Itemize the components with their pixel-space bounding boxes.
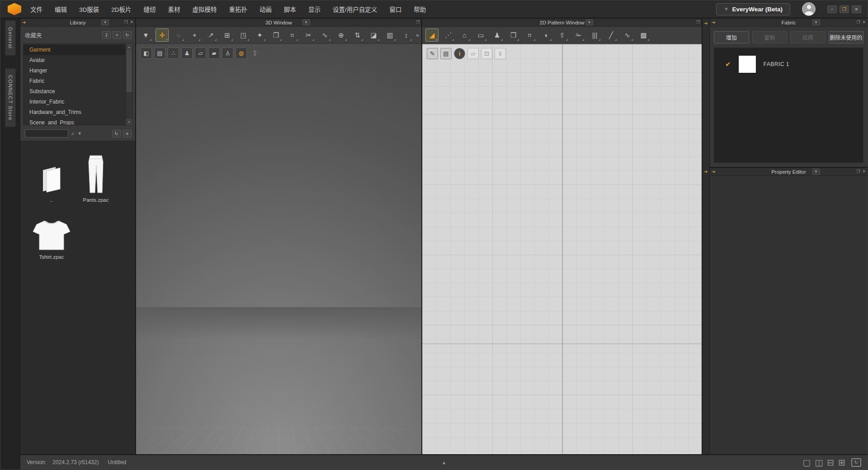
pleats-tool-icon[interactable]: ||| [588, 28, 601, 42]
apply-fabric-button[interactable]: 应用 [790, 31, 826, 43]
arrangement-points-icon[interactable]: ⌗ [286, 28, 299, 42]
popout-icon[interactable]: ❐ [416, 20, 420, 24]
menu-item-2d-pattern[interactable]: 2D板片 [111, 5, 131, 14]
close-icon[interactable]: ✕ [862, 170, 866, 174]
create-polygon-icon[interactable]: ⌂ [458, 28, 471, 42]
scissors-tool-icon[interactable]: ✂ [302, 28, 315, 42]
show-pattern-outline-icon[interactable]: ▱ [467, 48, 479, 59]
symmetric-garment-icon[interactable]: ⊞ [221, 28, 234, 42]
show-pattern-b-icon[interactable]: ▰ [208, 47, 220, 59]
2d-window-dropdown-button[interactable]: ▼ [585, 19, 593, 25]
search-filter-caret-icon[interactable]: ▼ [78, 131, 82, 136]
upload-2d-icon[interactable]: ⇪ [495, 48, 506, 59]
menu-item-3d-garment[interactable]: 3D服装 [79, 5, 99, 14]
menu-item-material[interactable]: 素材 [168, 5, 180, 14]
menu-item-file[interactable]: 文件 [30, 5, 42, 14]
upload-arrangement-icon[interactable]: ⇪ [249, 47, 260, 59]
import-to-library-button[interactable]: ↧ [102, 31, 111, 39]
show-pattern-a-icon[interactable]: ▱ [195, 47, 206, 59]
show-sewing-lines-icon[interactable]: ✎ [427, 48, 438, 59]
library-folder-scene-and-props[interactable]: Scene_and_Props [24, 118, 125, 125]
menu-item-window[interactable]: 窗口 [389, 5, 401, 14]
library-folder-hanger[interactable]: Hanger [24, 66, 125, 76]
expand-panel-arrow-icon[interactable]: ▲ [442, 460, 446, 465]
scrollbar-thumb[interactable] [127, 50, 132, 92]
3d-viewport[interactable]: ◧▤∴♟▱▰♙◍⇪ [136, 44, 421, 454]
measure-tool-icon[interactable]: ↕ [400, 28, 413, 42]
show-3d-objects-icon[interactable]: ◧ [141, 47, 152, 59]
fit-garment-icon[interactable]: ⇧ [556, 28, 569, 42]
minimize-button[interactable]: − [827, 5, 837, 13]
simulate-icon[interactable]: ▼ [139, 28, 152, 42]
edit-sewing-icon[interactable]: ╱ [604, 28, 618, 42]
menu-item-avatar[interactable]: 虚拟模特 [193, 5, 217, 14]
list-view-button[interactable]: ≡ [123, 130, 132, 138]
menu-item-settings-customize[interactable]: 设置/用户自定义 [333, 5, 377, 14]
menu-item-retopology[interactable]: 重拓扑 [229, 5, 248, 14]
refresh-library-button[interactable]: ↻ [112, 130, 121, 138]
show-3d-garment-icon[interactable]: ▩ [637, 28, 650, 42]
popout-icon[interactable]: ❐ [696, 20, 700, 24]
zipper-tool-icon[interactable]: ⇅ [351, 28, 364, 42]
menu-item-display[interactable]: 显示 [308, 5, 321, 14]
file-item-parent-folder[interactable]: .. [29, 154, 74, 211]
layout-four-pane-button[interactable]: ⊞ [838, 458, 845, 467]
fabric-dropdown-button[interactable]: ▼ [812, 19, 820, 25]
close-icon[interactable]: ✕ [130, 20, 133, 24]
show-mannequin-icon[interactable]: ♙ [222, 47, 233, 59]
library-folder-interior-fabric[interactable]: Interior_Fabric [24, 97, 125, 107]
library-folder-avatar[interactable]: Avatar [24, 55, 125, 66]
create-rectangle-icon[interactable]: ▭ [474, 28, 487, 42]
dock-arrow-icon[interactable]: ➔ [704, 169, 708, 174]
add-fabric-button[interactable]: 增加 [714, 31, 749, 43]
pin-icon[interactable]: ↗ [204, 28, 217, 42]
close-icon[interactable]: ✕ [862, 20, 866, 24]
delete-unused-fabric-button[interactable]: 删除未使用的 [829, 31, 864, 43]
property-editor-dropdown-button[interactable]: ▼ [812, 169, 820, 175]
file-item-pants[interactable]: Pants.zpac [74, 154, 118, 211]
lock-garment-icon[interactable]: ⊡ [481, 48, 492, 59]
show-garment-2d-icon[interactable]: ▤ [440, 48, 452, 59]
tab-general[interactable]: General [5, 20, 16, 56]
layout-reset-button[interactable]: ↻ [851, 458, 861, 467]
paste-pattern-2d-icon[interactable]: ❐ [507, 28, 520, 42]
add-favorite-button[interactable]: + [113, 31, 121, 39]
library-folder-substance[interactable]: Substance [24, 86, 125, 97]
close-button[interactable]: ✕ [852, 5, 861, 13]
flatten-tool-icon[interactable]: ◪ [367, 28, 380, 42]
grid-arrangement-icon[interactable]: ⌗ [523, 28, 536, 42]
transform-pattern-icon[interactable]: ◢ [425, 28, 439, 42]
refresh-favorites-button[interactable]: ↻ [123, 31, 132, 39]
search-icon[interactable]: ⌕ [71, 130, 75, 137]
fit-to-avatar-icon[interactable]: ⌖ [188, 28, 201, 42]
sewing-machine-icon[interactable]: ✁ [572, 28, 585, 42]
2d-pattern-viewport[interactable]: ✎▤i▱⊡⇪ [422, 44, 702, 454]
fabric-strip-icon[interactable]: ▥ [383, 28, 396, 42]
dock-arrow-icon[interactable]: ➔ [712, 170, 715, 174]
search-input[interactable] [25, 129, 68, 138]
iron-tool-icon[interactable]: ◖ [539, 28, 552, 42]
textured-surface-icon[interactable]: ◍ [236, 47, 247, 59]
pattern-info-icon[interactable]: i [454, 48, 465, 59]
edit-pattern-icon[interactable]: ⋰ [442, 28, 455, 42]
dock-arrow-icon[interactable]: ➔ [704, 21, 708, 26]
library-folder-hardware-and-trims[interactable]: Hardware_and_Trims [24, 107, 125, 118]
3d-window-dropdown-button[interactable]: ▼ [302, 19, 310, 25]
paste-pattern-icon[interactable]: ❐ [269, 28, 283, 42]
folder-list-scrollbar[interactable]: ▲ ▼ [126, 44, 132, 125]
select-lasso-icon[interactable]: ◌ [172, 28, 185, 42]
menu-item-animation[interactable]: 动画 [259, 5, 272, 14]
show-avatar-2d-icon[interactable]: ♟ [491, 28, 504, 42]
menu-item-script[interactable]: 脚本 [284, 5, 296, 14]
everywear-button[interactable]: ✶ EveryWear (Beta) [716, 3, 790, 15]
scroll-up-icon[interactable]: ▲ [126, 44, 132, 50]
layout-three-pane-button[interactable]: ⊟ [827, 458, 834, 467]
fabric-swatch[interactable] [738, 55, 756, 73]
restore-button[interactable]: ❐ [840, 5, 849, 13]
menu-item-edit[interactable]: 编辑 [55, 5, 67, 14]
show-seams-icon[interactable]: ∴ [168, 47, 179, 59]
fold-arrangement-icon[interactable]: ◳ [237, 28, 250, 42]
free-sewing-icon[interactable]: ∿ [621, 28, 634, 42]
menu-item-help[interactable]: 帮助 [414, 5, 426, 14]
arrangement-avatar-icon[interactable]: ✦ [253, 28, 266, 42]
